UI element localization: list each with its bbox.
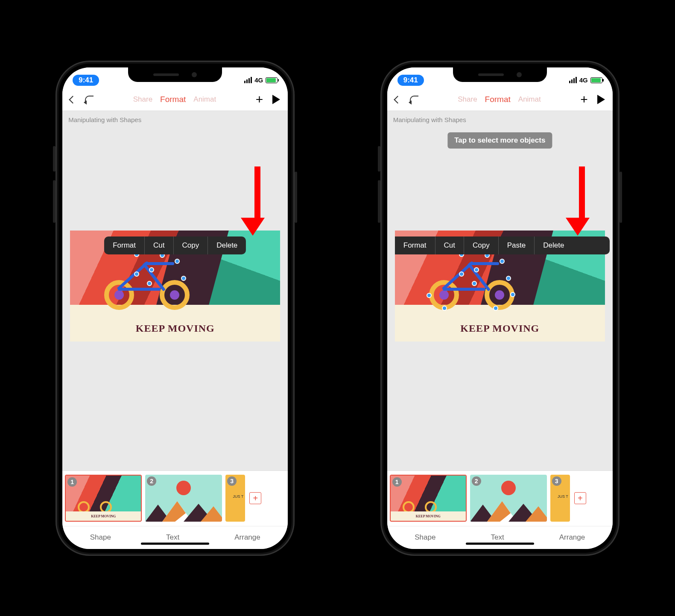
thumbnail-1[interactable]: 1 KEEP MOVING xyxy=(65,475,142,522)
screen-right: 9:41 4G Share Format Animat + M xyxy=(387,67,613,549)
bb-shape[interactable]: Shape xyxy=(415,533,435,542)
cm-format[interactable]: Format xyxy=(395,236,435,254)
status-right: 4G xyxy=(244,76,278,84)
back-button[interactable] xyxy=(70,94,76,105)
thumbnail-2[interactable]: 2 xyxy=(145,475,222,522)
thumb1-caption: KEEP MOVING xyxy=(391,511,466,521)
tab-share[interactable]: Share xyxy=(458,95,477,104)
bicycle-shape[interactable] xyxy=(104,254,190,310)
slide-caption: KEEP MOVING xyxy=(460,323,539,334)
bb-shape[interactable]: Shape xyxy=(90,533,111,542)
network-label: 4G xyxy=(579,76,588,84)
canvas-area[interactable]: Manipulating with Shapes Tap to select m… xyxy=(387,111,613,470)
thumbnail-3[interactable]: 3 JUS T xyxy=(550,475,570,522)
add-slide-button[interactable]: + xyxy=(249,492,261,504)
status-time: 9:41 xyxy=(397,75,424,86)
mountains-icon xyxy=(470,496,547,522)
bicycle-shape[interactable] xyxy=(429,254,514,310)
phone-left: 9:41 4G Share Format Animat + M xyxy=(56,61,295,556)
add-slide-button[interactable]: + xyxy=(574,492,586,504)
thumb-num-1: 1 xyxy=(392,477,402,487)
annotation-arrow-icon xyxy=(250,166,265,236)
caption-band[interactable]: KEEP MOVING xyxy=(70,316,280,342)
cm-copy[interactable]: Copy xyxy=(173,236,208,254)
play-button[interactable] xyxy=(597,95,605,104)
cm-delete[interactable]: Delete xyxy=(535,236,573,254)
bb-arrange[interactable]: Arrange xyxy=(559,533,585,542)
cm-format[interactable]: Format xyxy=(104,236,145,254)
status-right: 4G xyxy=(569,76,602,84)
selection-tooltip[interactable]: Tap to select more objects xyxy=(447,132,552,149)
slide-title-label: Manipulating with Shapes xyxy=(62,116,288,127)
thumb-num-2: 2 xyxy=(147,476,156,486)
thumb-num-3: 3 xyxy=(552,476,561,486)
context-menu: Format Cut Copy Delete xyxy=(104,236,246,254)
add-button[interactable]: + xyxy=(256,92,263,107)
screen-left: 9:41 4G Share Format Animat + M xyxy=(62,67,288,549)
thumbnail-1[interactable]: 1 KEEP MOVING xyxy=(390,475,467,522)
undo-button[interactable] xyxy=(85,94,94,105)
bb-text[interactable]: Text xyxy=(166,533,179,542)
undo-button[interactable] xyxy=(410,94,418,105)
annotation-arrow-icon xyxy=(575,166,590,236)
home-indicator[interactable] xyxy=(466,543,534,545)
play-button[interactable] xyxy=(272,95,280,104)
thumb3-text: JUS T xyxy=(233,494,243,499)
slide-thumbnails[interactable]: 1 KEEP MOVING 2 3 JUS T + xyxy=(62,470,288,526)
signal-icon xyxy=(569,77,577,83)
cm-delete[interactable]: Delete xyxy=(208,236,246,254)
context-menu: Format Cut Copy Paste Delete xyxy=(395,236,610,254)
tab-format[interactable]: Format xyxy=(160,95,186,104)
mountains-icon xyxy=(145,496,222,522)
slide-caption: KEEP MOVING xyxy=(136,323,215,334)
thumbnail-2[interactable]: 2 xyxy=(470,475,547,522)
bottom-bar: Shape Text Arrange xyxy=(62,526,288,549)
bb-text[interactable]: Text xyxy=(491,533,504,542)
tab-animate[interactable]: Animat xyxy=(193,95,216,104)
tab-animate[interactable]: Animat xyxy=(518,95,541,104)
battery-icon xyxy=(590,77,602,83)
notch xyxy=(128,67,222,82)
caption-band[interactable]: KEEP MOVING xyxy=(395,316,605,342)
bottom-bar: Shape Text Arrange xyxy=(387,526,613,549)
network-label: 4G xyxy=(254,76,263,84)
phone-right: 9:41 4G Share Format Animat + M xyxy=(380,61,619,556)
add-button[interactable]: + xyxy=(580,92,588,107)
thumb-num-3: 3 xyxy=(227,476,237,486)
cm-paste[interactable]: Paste xyxy=(499,236,535,254)
home-indicator[interactable] xyxy=(141,543,209,545)
notch xyxy=(453,67,547,82)
cm-cut[interactable]: Cut xyxy=(145,236,173,254)
cm-cut[interactable]: Cut xyxy=(435,236,464,254)
slide-thumbnails[interactable]: 1 KEEP MOVING 2 3 JUS T + xyxy=(387,470,613,526)
top-toolbar: Share Format Animat + xyxy=(62,89,288,111)
slide-title-label: Manipulating with Shapes xyxy=(387,116,613,127)
bb-arrange[interactable]: Arrange xyxy=(234,533,260,542)
canvas-area[interactable]: Manipulating with Shapes xyxy=(62,111,288,470)
back-button[interactable] xyxy=(395,94,400,105)
top-toolbar: Share Format Animat + xyxy=(387,89,613,111)
thumb1-caption: KEEP MOVING xyxy=(66,511,141,521)
signal-icon xyxy=(244,77,252,83)
thumb-num-2: 2 xyxy=(472,476,481,486)
thumbnail-3[interactable]: 3 JUS T xyxy=(225,475,245,522)
tab-format[interactable]: Format xyxy=(485,95,511,104)
status-time: 9:41 xyxy=(73,75,99,86)
battery-icon xyxy=(266,77,278,83)
thumb3-text: JUS T xyxy=(558,494,568,499)
tab-share[interactable]: Share xyxy=(133,95,152,104)
cm-copy[interactable]: Copy xyxy=(464,236,499,254)
